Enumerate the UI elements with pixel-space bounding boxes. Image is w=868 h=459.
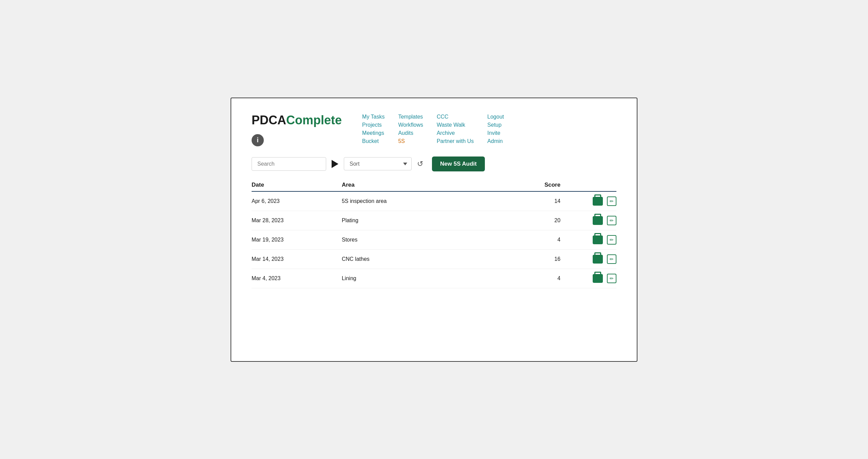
briefcase-icon-4[interactable] xyxy=(593,274,603,283)
nav-my-tasks[interactable]: My Tasks xyxy=(362,114,384,120)
nav-meetings[interactable]: Meetings xyxy=(362,130,384,136)
cell-area-1: Plating xyxy=(342,211,506,230)
cell-score-0: 14 xyxy=(506,191,567,211)
edit-icon-2[interactable] xyxy=(607,235,616,245)
logo: PDCAComplete xyxy=(252,113,342,127)
nav-setup[interactable]: Setup xyxy=(487,122,504,128)
nav-audits[interactable]: Audits xyxy=(398,130,423,136)
new-audit-button[interactable]: New 5S Audit xyxy=(432,157,485,171)
sort-select[interactable]: Sort Date Area Score xyxy=(344,157,412,170)
cell-actions-3 xyxy=(567,249,616,269)
cell-area-4: Lining xyxy=(342,269,506,288)
nav-admin[interactable]: Admin xyxy=(487,138,504,144)
logo-green: Complete xyxy=(286,113,342,127)
nav-5s[interactable]: 5S xyxy=(398,138,423,144)
cell-actions-4 xyxy=(567,269,616,288)
col-header-actions xyxy=(567,182,616,191)
nav-waste-walk[interactable]: Waste Walk xyxy=(437,122,474,128)
search-input[interactable] xyxy=(252,157,326,171)
nav-invite[interactable]: Invite xyxy=(487,130,504,136)
cell-date-2: Mar 19, 2023 xyxy=(252,230,342,249)
table-row: Mar 19, 2023 Stores 4 xyxy=(252,230,616,249)
cell-date-4: Mar 4, 2023 xyxy=(252,269,342,288)
audit-table: Date Area Score Apr 6, 2023 5S inspectio… xyxy=(252,182,616,288)
table-row: Mar 14, 2023 CNC lathes 16 xyxy=(252,249,616,269)
header: PDCAComplete i My Tasks Templates CCC Lo… xyxy=(252,112,616,146)
nav-templates[interactable]: Templates xyxy=(398,114,423,120)
table-row: Mar 4, 2023 Lining 4 xyxy=(252,269,616,288)
cell-date-1: Mar 28, 2023 xyxy=(252,211,342,230)
info-icon[interactable]: i xyxy=(252,134,264,146)
main-window: PDCAComplete i My Tasks Templates CCC Lo… xyxy=(231,98,637,362)
main-nav: My Tasks Templates CCC Logout Projects W… xyxy=(362,114,504,144)
edit-icon-4[interactable] xyxy=(607,274,616,283)
table-row: Mar 28, 2023 Plating 20 xyxy=(252,211,616,230)
logo-area: PDCAComplete i xyxy=(252,112,342,146)
play-button[interactable] xyxy=(332,160,338,168)
nav-archive[interactable]: Archive xyxy=(437,130,474,136)
briefcase-icon-1[interactable] xyxy=(593,216,603,225)
col-header-area: Area xyxy=(342,182,506,191)
edit-icon-1[interactable] xyxy=(607,216,616,225)
edit-icon-3[interactable] xyxy=(607,254,616,264)
cell-date-3: Mar 14, 2023 xyxy=(252,249,342,269)
nav-workflows[interactable]: Workflows xyxy=(398,122,423,128)
briefcase-icon-3[interactable] xyxy=(593,255,603,264)
edit-icon-0[interactable] xyxy=(607,196,616,206)
cell-score-1: 20 xyxy=(506,211,567,230)
cell-actions-2 xyxy=(567,230,616,249)
nav-projects[interactable]: Projects xyxy=(362,122,384,128)
toolbar: Sort Date Area Score ↺ New 5S Audit xyxy=(252,157,616,171)
nav-partner[interactable]: Partner with Us xyxy=(437,138,474,144)
nav-bucket[interactable]: Bucket xyxy=(362,138,384,144)
cell-date-0: Apr 6, 2023 xyxy=(252,191,342,211)
refresh-button[interactable]: ↺ xyxy=(416,158,425,170)
cell-actions-1 xyxy=(567,211,616,230)
nav-ccc[interactable]: CCC xyxy=(437,114,474,120)
cell-score-2: 4 xyxy=(506,230,567,249)
cell-actions-0 xyxy=(567,191,616,211)
cell-area-2: Stores xyxy=(342,230,506,249)
cell-score-4: 4 xyxy=(506,269,567,288)
nav-logout[interactable]: Logout xyxy=(487,114,504,120)
cell-score-3: 16 xyxy=(506,249,567,269)
briefcase-icon-2[interactable] xyxy=(593,235,603,244)
col-header-score: Score xyxy=(506,182,567,191)
cell-area-0: 5S inspection area xyxy=(342,191,506,211)
table-row: Apr 6, 2023 5S inspection area 14 xyxy=(252,191,616,211)
col-header-date: Date xyxy=(252,182,342,191)
briefcase-icon-0[interactable] xyxy=(593,197,603,206)
cell-area-3: CNC lathes xyxy=(342,249,506,269)
